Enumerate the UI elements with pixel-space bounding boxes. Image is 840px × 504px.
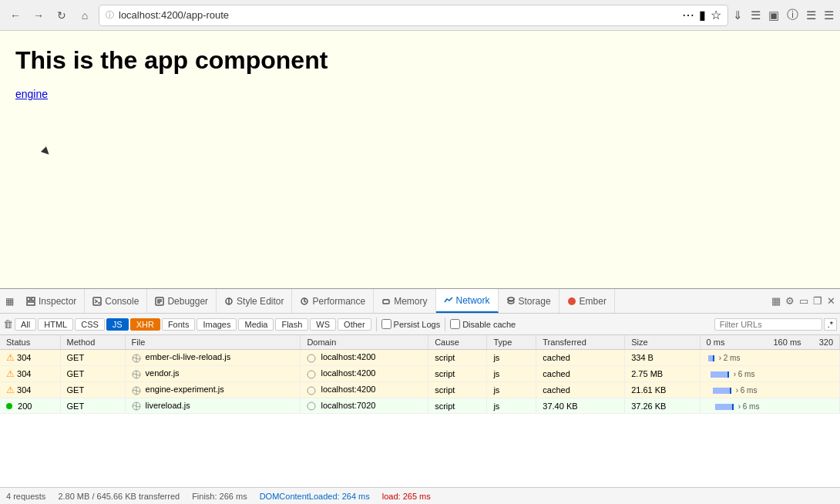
filter-other[interactable]: Other (338, 318, 371, 331)
cell-file: vendor.js (125, 366, 301, 382)
tab-storage[interactable]: Storage (499, 289, 559, 313)
cell-method: GET (60, 398, 125, 414)
clear-requests-button[interactable]: 🗑 (3, 318, 13, 330)
tab-ember[interactable]: Ember (559, 289, 615, 313)
cell-cause: script (428, 350, 487, 366)
col-timeline: 0 ms 160 ms 320 (700, 335, 839, 350)
tab-memory[interactable]: Memory (374, 289, 435, 313)
devtools-responsive-icon[interactable]: ▦ (0, 292, 18, 311)
tab-style-editor[interactable]: Style Editor (217, 289, 292, 313)
bookmark-icon[interactable]: ▮ (699, 8, 706, 22)
col-type: Type (487, 335, 536, 350)
filter-fonts[interactable]: Fonts (162, 318, 196, 331)
cell-status: ⚠ 304 (0, 382, 60, 398)
col-domain: Domain (301, 335, 428, 350)
disable-cache-checkbox[interactable] (450, 319, 460, 329)
library-icon[interactable]: ☰ (751, 8, 761, 22)
table-row[interactable]: ⚠ 304 GET vendor.js localhost:4200 scrip… (0, 366, 840, 382)
back-button[interactable]: ← (6, 6, 25, 25)
tab-ember-label: Ember (580, 296, 606, 307)
col-transferred: Transferred (536, 335, 625, 350)
network-table: Status Method File Domain Cause Type Tra… (0, 335, 840, 487)
tab-network[interactable]: Network (436, 289, 499, 313)
persist-logs-checkbox[interactable] (381, 319, 391, 329)
download-icon[interactable]: ⇓ (733, 8, 743, 22)
status-bar: 4 requests 2.80 MB / 645.66 KB transferr… (0, 487, 840, 504)
table-row[interactable]: 200 GET livereload.js localhost:7020 scr… (0, 398, 840, 414)
filter-html[interactable]: HTML (38, 318, 73, 331)
devtools-action-icons: ▦ ⚙ ▭ ❐ ✕ (767, 295, 840, 307)
persist-logs-label[interactable]: Persist Logs (381, 319, 441, 329)
svg-point-16 (568, 297, 576, 305)
svg-point-19 (307, 354, 315, 362)
refresh-button[interactable]: ↻ (52, 6, 71, 25)
filter-all[interactable]: All (15, 318, 36, 331)
network-filter-bar: 🗑 All HTML CSS JS XHR Fonts Images Media… (0, 314, 840, 335)
page-title: This is the app component (15, 46, 825, 75)
undock-icon[interactable]: ❐ (813, 295, 822, 307)
lock-icon: ⓘ (106, 9, 114, 21)
split-icon[interactable]: ▦ (771, 295, 781, 307)
cell-type: js (487, 382, 536, 398)
cell-domain: localhost:4200 (301, 382, 428, 398)
toolbar-icons: ⇓ ☰ ▣ ⓘ ☰ ☰ (733, 8, 834, 22)
tab-debugger[interactable]: Debugger (147, 289, 217, 313)
svg-point-25 (307, 387, 315, 395)
warning-icon: ⚠ (6, 385, 15, 395)
reader-icon[interactable]: ☰ (806, 8, 816, 22)
load-time: load: 265 ms (382, 492, 431, 501)
svg-rect-2 (27, 302, 35, 305)
cell-domain: localhost:4200 (301, 350, 428, 366)
filter-regex-button[interactable]: .* (824, 318, 837, 331)
filter-css[interactable]: CSS (75, 318, 105, 331)
table-row[interactable]: ⚠ 304 GET engine-experiment.js localhost… (0, 382, 840, 398)
timeline-label: › 2 ms (719, 354, 741, 362)
cell-file: engine-experiment.js (125, 382, 301, 398)
synced-tabs-icon[interactable]: ▣ (768, 8, 779, 22)
cursor (41, 146, 52, 157)
cell-timeline: › 6 ms (700, 366, 839, 382)
cell-transferred: cached (536, 382, 625, 398)
timeline-bar (711, 371, 729, 378)
filter-images[interactable]: Images (197, 318, 237, 331)
cell-status: ⚠ 304 (0, 350, 60, 366)
expand-icon[interactable]: ▭ (799, 295, 808, 307)
filter-flash[interactable]: Flash (275, 318, 308, 331)
tab-network-label: Network (456, 295, 490, 306)
svg-rect-0 (27, 297, 30, 301)
table-row[interactable]: ⚠ 304 GET ember-cli-live-reload.js local… (0, 350, 840, 366)
filter-url-input[interactable] (714, 318, 822, 331)
col-file: File (125, 335, 301, 350)
close-devtools-icon[interactable]: ✕ (827, 295, 835, 307)
cell-type: js (487, 398, 536, 414)
home-button[interactable]: ⌂ (76, 6, 94, 25)
forward-button[interactable]: → (29, 6, 48, 25)
cell-method: GET (60, 382, 125, 398)
filter-js[interactable]: JS (106, 318, 129, 331)
cell-status: ⚠ 304 (0, 366, 60, 382)
address-menu-icon[interactable]: ⋯ (682, 8, 694, 22)
menu-icon[interactable]: ☰ (824, 8, 834, 22)
cell-type: js (487, 366, 536, 382)
disable-cache-label[interactable]: Disable cache (450, 319, 516, 329)
tab-performance[interactable]: Performance (292, 289, 374, 313)
info-icon[interactable]: ⓘ (787, 8, 798, 22)
filter-xhr[interactable]: XHR (130, 318, 160, 331)
cell-file: livereload.js (125, 398, 301, 414)
col-size: Size (625, 335, 700, 350)
svg-rect-12 (383, 300, 389, 304)
devtools-panel: ▦ Inspector Console Debugger Style Edito… (0, 288, 840, 504)
tab-console[interactable]: Console (85, 289, 147, 313)
star-icon[interactable]: ☆ (711, 8, 721, 22)
settings-icon[interactable]: ⚙ (785, 295, 795, 307)
browser-toolbar: ← → ↻ ⌂ ⓘ ⋯ ▮ ☆ ⇓ ☰ ▣ ⓘ ☰ ☰ (0, 0, 840, 31)
filter-ws[interactable]: WS (310, 318, 336, 331)
tab-inspector-label: Inspector (39, 296, 76, 307)
transferred-size: 2.80 MB / 645.66 KB transferred (58, 492, 180, 501)
filter-media[interactable]: Media (238, 318, 274, 331)
url-input[interactable] (119, 9, 677, 21)
warning-icon: ⚠ (6, 368, 15, 379)
devtools-tab-bar: ▦ Inspector Console Debugger Style Edito… (0, 289, 840, 314)
tab-inspector[interactable]: Inspector (18, 289, 85, 313)
engine-link[interactable]: engine (15, 88, 48, 100)
